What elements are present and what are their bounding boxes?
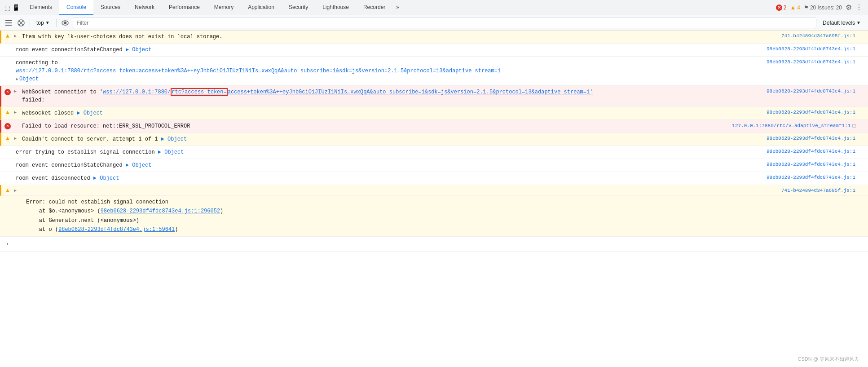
expand-arrow[interactable]: ▶	[14, 108, 20, 115]
tab-console[interactable]: Console	[59, 0, 93, 15]
eye-icon[interactable]	[60, 18, 70, 28]
log-message: error trying to establish signal connect…	[14, 147, 751, 157]
warning-icon: ▲	[790, 4, 796, 11]
stack-link-2[interactable]: 98eb0628-2293df4fdc8743e4.js:1:59641	[58, 226, 175, 233]
tab-sources[interactable]: Sources	[93, 0, 128, 15]
log-message: websocket closed ► Object	[20, 108, 751, 118]
log-source[interactable]: 98eb0628-2293df4fdc8743e4.js:1	[751, 45, 868, 52]
log-entry: ▲ ▶ 741-b424894d347a695f.js:1	[0, 185, 868, 196]
object-link[interactable]: ► Object	[93, 175, 119, 181]
object-expand[interactable]: ▶	[16, 77, 18, 82]
tab-network[interactable]: Network	[128, 0, 162, 15]
log-levels-selector[interactable]: Default levels ▼	[819, 19, 864, 27]
log-message: connecting to wss://127.0.0.1:7880/rtc?a…	[14, 58, 751, 84]
toolbar-divider-1	[30, 19, 30, 27]
toolbar-divider-2	[56, 19, 57, 27]
console-toolbar: top ▼ Default levels ▼	[0, 15, 868, 31]
settings-icon[interactable]: ⚙	[846, 3, 852, 12]
log-message: Failed to load resource: net::ERR_SSL_PR…	[20, 121, 732, 131]
tab-application[interactable]: Application	[241, 0, 282, 15]
object-link[interactable]: ► Object	[126, 47, 152, 53]
tab-recorder[interactable]: Recorder	[356, 0, 392, 15]
context-selector[interactable]: top ▼	[34, 19, 53, 27]
tab-security[interactable]: Security	[282, 0, 315, 15]
context-dropdown-icon: ▼	[45, 20, 50, 25]
warning-icon: ▲	[1, 108, 14, 116]
log-message: Item with key lk-user-choices does not e…	[20, 32, 751, 42]
expand-arrow[interactable]: ▶	[14, 134, 20, 141]
log-message: room event connectionStateChanged ► Obje…	[14, 160, 751, 170]
tab-memory[interactable]: Memory	[207, 0, 241, 15]
websocket-url-link[interactable]: wss://127.0.0.1:7880/rtc?access_token=ac…	[103, 88, 593, 96]
source-link[interactable]: 127.0.0.1:7880/rtc/v…adaptive_stream=1:1	[732, 123, 850, 128]
log-source[interactable]: 741-b424894d347a695f.js:1	[751, 186, 868, 193]
warning-badge[interactable]: ▲ 4	[790, 4, 800, 11]
error-icon: ✕	[1, 87, 14, 95]
log-source[interactable]: 741-b424894d347a695f.js:1	[751, 32, 868, 39]
log-message: room event disconnected ► Object	[14, 173, 751, 183]
more-menu-icon[interactable]: ⋮	[855, 3, 863, 12]
levels-label: Default levels	[823, 20, 855, 26]
log-entry: ▲ ▶ Couldn't connect to server, attempt …	[0, 133, 868, 146]
error-icon: ✕	[776, 4, 782, 11]
log-source[interactable]: 98eb0628-2293df4fdc8743e4.js:1	[751, 147, 868, 154]
filter-input[interactable]	[73, 18, 816, 28]
stack-line-0: Error: could not establish signal connec…	[26, 198, 866, 207]
devtools-icon-cursor[interactable]: ⬚	[4, 4, 10, 11]
tab-more[interactable]: »	[392, 0, 403, 15]
external-link-icon[interactable]: ⬚	[852, 123, 855, 128]
log-entry: room event connectionStateChanged ► Obje…	[0, 44, 868, 57]
clear-console-icon[interactable]	[16, 18, 26, 28]
svg-rect-1	[5, 22, 12, 23]
log-source[interactable]: 98eb0628-2293df4fdc8743e4.js:1	[751, 173, 868, 180]
wss-url-link[interactable]: wss://127.0.0.1:7880/rtc?access_token=ac…	[16, 68, 501, 74]
tab-elements[interactable]: Elements	[22, 0, 59, 15]
log-entry: room event disconnected ► Object 98eb062…	[0, 172, 868, 185]
object-link[interactable]: Object	[19, 76, 39, 82]
log-source[interactable]: 98eb0628-2293df4fdc8743e4.js:1	[751, 108, 868, 115]
log-source[interactable]: 98eb0628-2293df4fdc8743e4.js:1	[751, 58, 868, 65]
expand-arrow[interactable]: ▶	[14, 32, 20, 39]
error-badge[interactable]: ✕ 2	[776, 4, 787, 11]
log-source[interactable]: 127.0.0.1:7880/rtc/v…adaptive_stream=1:1…	[732, 121, 868, 128]
warning-icon: ▲	[1, 32, 14, 40]
stack-line-1: at $o.<anonymous> (98eb0628-2293df4fdc87…	[26, 207, 866, 216]
failed-message: failed:	[22, 97, 44, 103]
log-source[interactable]: 98eb0628-2293df4fdc8743e4.js:1	[751, 87, 868, 94]
issues-count: 20	[836, 4, 842, 11]
devtools-icon-mobile[interactable]: 📱	[12, 4, 20, 11]
svg-rect-0	[5, 20, 12, 21]
issues-label: 20 Issues:	[810, 4, 835, 11]
stack-line-3: at o (98eb0628-2293df4fdc8743e4.js:1:596…	[26, 225, 866, 234]
stack-link-1[interactable]: 98eb0628-2293df4fdc8743e4.js:1:296052	[101, 208, 220, 214]
log-message: WebSocket connection to 'wss://127.0.0.1…	[20, 87, 751, 105]
sidebar-toggle-icon[interactable]	[4, 18, 13, 28]
stack-trace: Error: could not establish signal connec…	[0, 196, 868, 237]
log-source[interactable]: 98eb0628-2293df4fdc8743e4.js:1	[751, 134, 868, 141]
tab-lighthouse[interactable]: Lighthouse	[315, 0, 356, 15]
log-message	[20, 186, 751, 188]
expand-placeholder	[14, 121, 20, 123]
log-entry: connecting to wss://127.0.0.1:7880/rtc?a…	[0, 57, 868, 86]
tab-performance[interactable]: Performance	[162, 0, 207, 15]
object-link[interactable]: ► Object	[77, 110, 103, 116]
warning-count: 4	[797, 4, 800, 11]
log-message: room event connectionStateChanged ► Obje…	[14, 45, 751, 55]
object-link[interactable]: ► Object	[158, 149, 184, 155]
expand-arrow[interactable]: ▶	[14, 87, 20, 94]
console-log-area: ▲ ▶ Item with key lk-user-choices does n…	[0, 31, 868, 367]
object-link[interactable]: ► Object	[161, 136, 187, 142]
context-label: top	[36, 20, 44, 26]
object-link[interactable]: ► Object	[126, 162, 152, 168]
devtools-icons: ⬚ 📱	[2, 4, 22, 11]
issues-badge[interactable]: ⚑ 20 Issues: 20	[804, 4, 842, 11]
error-count: 2	[784, 4, 787, 11]
console-prompt[interactable]: ›	[0, 237, 868, 252]
nav-right: ✕ 2 ▲ 4 ⚑ 20 Issues: 20 ⚙ ⋮	[776, 3, 866, 12]
warning-icon: ▲	[1, 134, 14, 142]
log-entry: error trying to establish signal connect…	[0, 146, 868, 159]
log-entry: room event connectionStateChanged ► Obje…	[0, 159, 868, 172]
svg-rect-2	[5, 25, 12, 26]
expand-arrow[interactable]: ▶	[14, 186, 20, 193]
log-source[interactable]: 98eb0628-2293df4fdc8743e4.js:1	[751, 160, 868, 167]
